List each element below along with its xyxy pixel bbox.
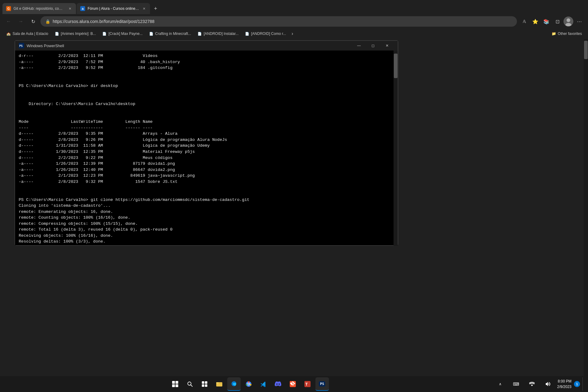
more-options-button[interactable]: ⋯ bbox=[575, 17, 584, 26]
bookmark-icon-0: 🏫 bbox=[6, 31, 11, 36]
new-tab-button[interactable]: + bbox=[151, 4, 160, 13]
bookmark-icon-5: 📄 bbox=[245, 31, 250, 36]
window-controls: — ◻ ✕ bbox=[352, 41, 394, 51]
svg-rect-10 bbox=[205, 384, 207, 387]
powershell-content[interactable]: d-r--- 2/2/2023 12:11 PM Videos -a---- 2… bbox=[15, 51, 398, 245]
bookmark-android-como[interactable]: 📄 [ANDROID] Como r... bbox=[242, 30, 288, 37]
back-button[interactable]: ← bbox=[4, 17, 13, 26]
browser-toolbar: 𝔸 ⭐ 📚 ⊡ ⋯ bbox=[519, 17, 584, 26]
other-favorites-label: Other favorites bbox=[558, 32, 582, 36]
tray-overflow-button[interactable]: ∧ bbox=[493, 377, 507, 391]
taskbar-tray: ∧ ⌨ 8:00 PM 2/9/2023 1 bbox=[493, 377, 584, 391]
minimize-button[interactable]: — bbox=[352, 41, 366, 51]
win-q4 bbox=[175, 384, 178, 387]
start-button[interactable] bbox=[168, 377, 182, 391]
win-q2 bbox=[175, 381, 178, 384]
bookmark-label-0: Sala de Aula | Estacio bbox=[13, 32, 48, 36]
svg-text:PS: PS bbox=[19, 44, 23, 47]
folder-icon: 📁 bbox=[552, 32, 556, 36]
svg-rect-7 bbox=[202, 381, 204, 384]
profile-avatar[interactable] bbox=[564, 17, 573, 26]
browser-scrollbar[interactable] bbox=[584, 39, 588, 376]
ps-scrollbar[interactable] bbox=[394, 51, 398, 246]
windows-logo bbox=[172, 381, 178, 387]
powershell-titlebar: PS Windows PowerShell — ◻ ✕ bbox=[15, 41, 398, 51]
app-red-button[interactable]: T bbox=[301, 377, 314, 391]
taskbar-clock[interactable]: 8:00 PM 2/9/2023 bbox=[557, 379, 571, 390]
tab-1-label: Git e GitHub: repositório, comm... bbox=[13, 6, 65, 11]
volume-button[interactable] bbox=[541, 377, 555, 391]
bookmark-label-1: [Animes Império]: B... bbox=[61, 32, 96, 36]
powershell-taskbar-button[interactable]: PS bbox=[315, 377, 329, 391]
svg-text:T: T bbox=[305, 382, 308, 386]
close-button[interactable]: ✕ bbox=[380, 41, 394, 51]
bookmark-label-4: [ANDROID] Instalar... bbox=[204, 32, 239, 36]
bookmark-max-payne[interactable]: 📄 [Crack] Max Payne... bbox=[100, 30, 145, 37]
address-text: https://cursos.alura.com.br/forum/editar… bbox=[53, 19, 512, 24]
chrome-button[interactable] bbox=[242, 377, 255, 391]
ps-scrollbar-thumb[interactable] bbox=[394, 54, 398, 78]
address-bar[interactable]: 🔒 https://cursos.alura.com.br/forum/edit… bbox=[40, 16, 517, 27]
tab-2-close[interactable]: ✕ bbox=[141, 6, 146, 11]
file-explorer-button[interactable] bbox=[213, 377, 226, 391]
taskbar-center: T PS bbox=[4, 377, 493, 391]
svg-rect-9 bbox=[202, 384, 204, 387]
refresh-button[interactable]: ↻ bbox=[28, 17, 38, 26]
powershell-icon: PS bbox=[19, 43, 24, 48]
svg-rect-8 bbox=[205, 381, 207, 384]
win-q3 bbox=[172, 384, 175, 387]
svg-line-6 bbox=[190, 385, 192, 387]
browser-chrome: G Git e GitHub: repositório, comm... ✕ a… bbox=[0, 0, 588, 39]
keyboard-button[interactable]: ⌨ bbox=[509, 377, 523, 391]
taskbar: T PS ∧ ⌨ 8:00 PM 2/9/2023 1 bbox=[0, 376, 588, 392]
show-desktop-button[interactable] bbox=[582, 377, 584, 391]
vscode-button[interactable] bbox=[257, 377, 270, 391]
bookmark-sala-de-aula[interactable]: 🏫 Sala de Aula | Estacio bbox=[4, 30, 51, 37]
bookmark-label-3: Crafting in Minecraft... bbox=[155, 32, 191, 36]
lock-icon: 🔒 bbox=[45, 19, 50, 24]
collections-button[interactable]: 📚 bbox=[541, 17, 551, 26]
svg-point-1 bbox=[567, 18, 570, 22]
task-view-button[interactable] bbox=[198, 377, 211, 391]
network-button[interactable] bbox=[525, 377, 539, 391]
powershell-title-text: Windows PowerShell bbox=[27, 43, 349, 48]
tab-1[interactable]: G Git e GitHub: repositório, comm... ✕ bbox=[2, 3, 76, 14]
clock-date: 2/9/2023 bbox=[557, 384, 571, 390]
tab-2-label: Fórum | Alura - Cursos online de bbox=[88, 6, 139, 11]
browser-scrollbar-thumb[interactable] bbox=[584, 41, 588, 59]
svg-rect-12 bbox=[216, 382, 219, 383]
bookmark-label-5: [ANDROID] Como r... bbox=[251, 32, 286, 36]
bookmark-icon-2: 📄 bbox=[102, 31, 107, 36]
search-button[interactable] bbox=[183, 377, 197, 391]
win-q1 bbox=[172, 381, 175, 384]
other-favorites[interactable]: 📁 Other favorites bbox=[549, 30, 584, 37]
powershell-window: PS Windows PowerShell — ◻ ✕ d-r--- 2/2/2… bbox=[15, 40, 398, 246]
tab-2[interactable]: a Fórum | Alura - Cursos online de ✕ bbox=[77, 3, 150, 14]
tab-1-favicon: G bbox=[6, 6, 11, 11]
svg-point-16 bbox=[248, 383, 249, 385]
favorites-button[interactable]: ⭐ bbox=[530, 17, 540, 26]
read-aloud-button[interactable]: 𝔸 bbox=[519, 17, 529, 26]
discord-button[interactable] bbox=[271, 377, 285, 391]
tab-bar: G Git e GitHub: repositório, comm... ✕ a… bbox=[0, 0, 588, 15]
bookmarks-bar: 🏫 Sala de Aula | Estacio 📄 [Animes Impér… bbox=[0, 28, 588, 39]
restore-button[interactable]: ◻ bbox=[366, 41, 380, 51]
tab-2-favicon: a bbox=[80, 6, 85, 11]
forward-button[interactable]: → bbox=[16, 17, 26, 26]
edge-button[interactable] bbox=[227, 377, 241, 391]
clock-time: 8:00 PM bbox=[557, 379, 571, 384]
tab-1-close[interactable]: ✕ bbox=[67, 6, 72, 11]
address-bar-row: ← → ↻ 🔒 https://cursos.alura.com.br/foru… bbox=[0, 15, 588, 28]
split-screen-button[interactable]: ⊡ bbox=[552, 17, 562, 26]
notification-badge[interactable]: 1 bbox=[574, 381, 580, 387]
ps-taskbar-icon: PS bbox=[319, 381, 325, 386]
bookmark-crafting[interactable]: 📄 Crafting in Minecraft... bbox=[146, 30, 194, 37]
git-button[interactable] bbox=[286, 377, 300, 391]
bookmark-label-2: [Crack] Max Payne... bbox=[108, 32, 142, 36]
bookmark-animes[interactable]: 📄 [Animes Império]: B... bbox=[52, 30, 99, 37]
bookmark-icon-4: 📄 bbox=[197, 31, 202, 36]
bookmark-icon-1: 📄 bbox=[55, 31, 59, 36]
bookmark-android-instalar[interactable]: 📄 [ANDROID] Instalar... bbox=[195, 30, 241, 37]
bookmarks-overflow-button[interactable]: › bbox=[290, 30, 295, 38]
bookmark-icon-3: 📄 bbox=[149, 31, 154, 36]
